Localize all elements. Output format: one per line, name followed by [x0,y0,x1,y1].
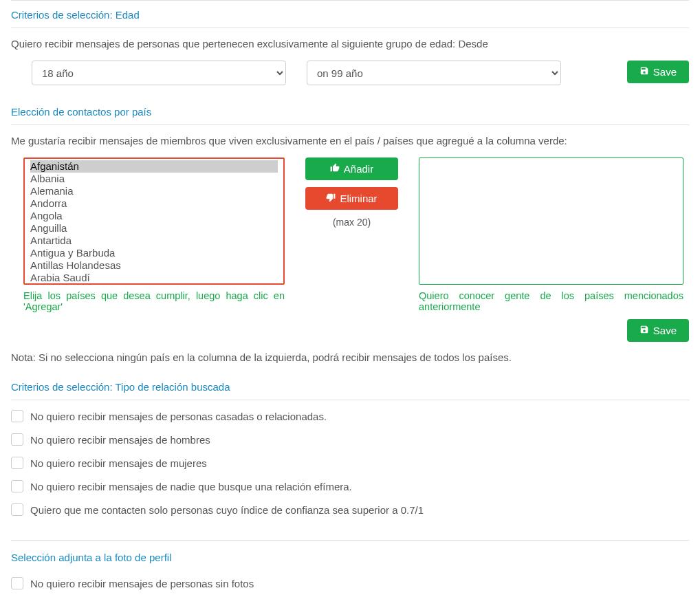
relationship-checkbox-label: No quiero recibir mensajes de personas c… [30,411,327,422]
add-button[interactable]: Añadir [305,158,398,180]
add-label: Añadir [344,163,373,175]
photo-section-title: Selección adjunta a la foto de perfil [11,541,689,570]
photo-checkbox-label: No quiero recibir mensajes de personas s… [30,578,254,589]
available-countries-select[interactable]: AfganistánAlbaniaAlemaniaAndorraAngolaAn… [23,158,285,285]
country-option[interactable]: Afganistán [30,160,278,173]
country-save-button[interactable]: Save [627,319,689,342]
photo-checkbox[interactable] [11,577,23,589]
age-section-title: Criterios de selección: Edad [11,0,689,28]
age-from-select[interactable]: 18 año [32,61,286,85]
country-option[interactable]: Alemania [30,185,278,197]
country-option[interactable]: Andorra [30,197,278,210]
relationship-section-title: Criterios de selección: Tipo de relación… [11,373,689,400]
relationship-checkbox[interactable] [11,433,23,446]
relationship-checkbox[interactable] [11,410,23,422]
relationship-checkbox-label: No quiero recibir mensajes de nadie que … [30,481,352,492]
remove-label: Eliminar [340,193,377,204]
max-label: (max 20) [333,217,371,228]
save-label: Save [653,325,677,336]
relationship-checkbox-label: No quiero recibir mensajes de hombres [30,434,210,446]
country-note: Nota: Si no selecciona ningún país en la… [11,351,689,363]
save-icon [639,325,649,336]
relationship-checkbox[interactable] [11,457,23,469]
country-option[interactable]: Albania [30,173,278,185]
age-save-button[interactable]: Save [627,61,689,83]
country-description: Me gustaría recibir mensajes de miembros… [11,135,689,146]
thumbs-up-icon [330,163,340,175]
relationship-checkbox[interactable] [11,480,23,492]
save-label: Save [653,66,677,78]
country-option[interactable]: Antigua y Barbuda [30,247,278,259]
relationship-checkbox-label: Quiero que me contacten solo personas cu… [30,504,424,516]
relationship-checkbox-label: No quiero recibir mensajes de mujeres [30,457,207,469]
right-hint: Quiero conocer gente de los países menci… [419,290,683,312]
country-option[interactable]: Arabia Saudí [30,272,278,284]
country-option[interactable]: Antillas Holandesas [30,259,278,272]
thumbs-down-icon [326,193,336,204]
relationship-checkbox[interactable] [11,503,23,516]
country-option[interactable]: Anguilla [30,222,278,235]
age-description: Quiero recibir mensajes de personas que … [11,38,689,50]
left-hint: Elija los países que desea cumplir, lueg… [23,290,285,312]
country-option[interactable]: Angola [30,210,278,222]
save-icon [639,66,649,78]
country-section-title: Elección de contactos por país [11,98,689,125]
age-to-select[interactable]: on 99 año [307,61,561,85]
country-option[interactable]: Antartida [30,235,278,247]
selected-countries-box[interactable] [419,158,683,285]
remove-button[interactable]: Eliminar [305,187,398,210]
